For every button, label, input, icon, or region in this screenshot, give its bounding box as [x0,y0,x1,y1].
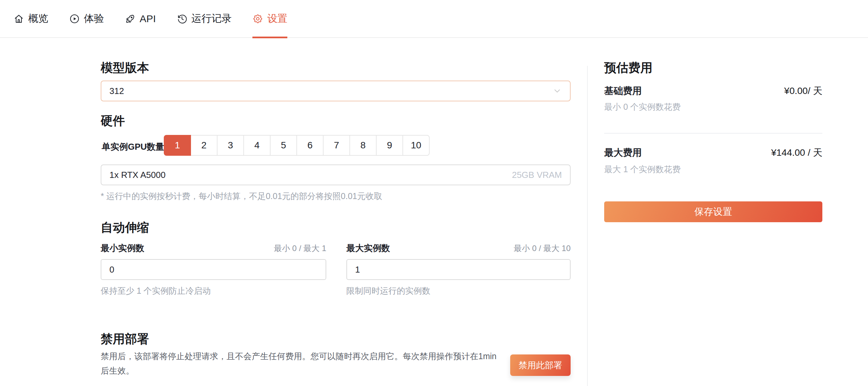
max-cost-label: 最大费用 [604,146,642,159]
gpu-vram-value: 25GB VRAM [512,170,562,180]
tab-api[interactable]: API [125,0,156,38]
chevron-down-icon [553,86,562,96]
tab-run-history[interactable]: 运行记录 [177,0,231,38]
base-cost-row: 基础费用 ¥0.00/ 天 [604,85,823,97]
model-version-value: 312 [110,86,124,96]
tab-api-label: API [140,13,156,25]
gpu-count-option-8[interactable]: 8 [349,135,377,156]
tab-settings-label: 设置 [267,12,287,26]
model-version-heading: 模型版本 [101,60,149,76]
min-instances-hint: 保持至少 1 个实例防止冷启动 [101,285,211,296]
min-instances-label: 最小实例数 [101,242,144,254]
gpu-count-option-7[interactable]: 7 [323,135,350,156]
gpu-count-option-3[interactable]: 3 [217,135,244,156]
save-settings-button[interactable]: 保存设置 [604,201,823,222]
disable-description: 禁用后，该部署将停止处理请求，且不会产生任何费用。您可以随时再次启用它。每次禁用… [101,349,503,378]
home-icon [13,13,24,24]
history-clock-icon [177,13,187,24]
max-cost-value: ¥144.00 / 天 [771,146,823,159]
base-cost-hint: 最小 0 个实例数花费 [604,101,681,112]
max-instances-label: 最大实例数 [346,242,390,254]
base-cost-value: ¥0.00/ 天 [784,85,823,97]
gpu-count-option-9[interactable]: 9 [376,135,403,156]
min-instances-input[interactable] [101,259,326,280]
disable-deployment-button[interactable]: 禁用此部署 [510,354,570,376]
gpu-spec-value: 1x RTX A5000 [110,170,165,180]
cost-divider [604,133,823,134]
model-version-select[interactable]: 312 [101,81,570,101]
tab-overview[interactable]: 概览 [13,0,48,38]
gpu-count-option-1[interactable]: 1 [164,135,191,156]
disable-heading: 禁用部署 [101,331,149,347]
active-tab-underline [252,37,287,38]
gpu-count-label: 单实例GPU数量 [102,141,164,153]
gpu-count-option-4[interactable]: 4 [243,135,271,156]
hardware-heading: 硬件 [101,113,125,129]
gear-icon [252,13,263,24]
max-instances-range: 最小 0 / 最大 10 [514,243,570,254]
max-instances-hint: 限制同时运行的实例数 [346,285,430,296]
content-sidebar-divider [587,66,588,386]
cost-heading: 预估费用 [604,60,652,76]
tab-run-history-label: 运行记录 [191,12,231,26]
billing-note: * 运行中的实例按秒计费，每小时结算，不足0.01元的部分将按照0.01元收取 [101,191,382,202]
gpu-count-option-6[interactable]: 6 [297,135,323,156]
base-cost-label: 基础费用 [604,85,642,97]
tab-settings[interactable]: 设置 [252,0,287,38]
max-instances-header: 最大实例数 最小 0 / 最大 10 [346,242,570,254]
tab-overview-label: 概览 [28,12,48,26]
gpu-count-option-5[interactable]: 5 [270,135,297,156]
max-cost-hint: 最大 1 个实例数花费 [604,164,681,175]
top-nav: 概览 体验 API 运行记录 设置 [0,0,868,38]
max-instances-input[interactable] [346,259,570,280]
max-cost-row: 最大费用 ¥144.00 / 天 [604,146,823,159]
gpu-count-option-2[interactable]: 2 [190,135,217,156]
tab-playground-label: 体验 [84,12,104,26]
rocket-icon [125,13,135,24]
min-instances-header: 最小实例数 最小 0 / 最大 1 [101,242,326,254]
gpu-count-selector: 1 2 3 4 5 6 7 8 9 10 [164,135,430,156]
tab-playground[interactable]: 体验 [69,0,104,38]
autoscaling-heading: 自动伸缩 [101,220,149,236]
play-circle-icon [69,13,80,24]
min-instances-range: 最小 0 / 最大 1 [274,243,326,254]
gpu-count-option-10[interactable]: 10 [402,135,430,156]
gpu-spec-field[interactable]: 1x RTX A5000 25GB VRAM [101,164,570,185]
